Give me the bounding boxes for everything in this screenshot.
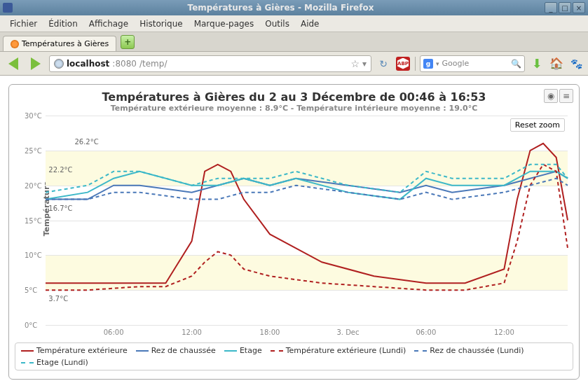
google-icon: g <box>423 59 433 69</box>
menu-bookmarks[interactable]: Marque-pages <box>189 18 260 30</box>
chart-title: Températures à Gières du 2 au 3 Décembre… <box>15 90 573 104</box>
addon-button[interactable]: 🐾 <box>568 56 584 71</box>
forward-button[interactable] <box>27 55 45 73</box>
search-dropdown-icon[interactable]: ▾ <box>436 60 439 67</box>
menu-view[interactable]: Affichage <box>83 18 134 30</box>
back-button[interactable] <box>4 55 22 73</box>
chart-menu-button[interactable]: ≡ <box>559 89 573 103</box>
chart-plot-area[interactable]: Température 0°C5°C10°C15°C20°C25°C30°C06… <box>46 116 568 326</box>
tab-bar: Températures à Gières + <box>0 32 588 52</box>
menu-tools[interactable]: Outils <box>259 18 295 30</box>
app-icon <box>3 3 13 13</box>
reload-button[interactable]: ↻ <box>376 56 391 71</box>
favicon-icon <box>11 40 19 48</box>
legend-swatch <box>271 350 283 352</box>
menu-help[interactable]: Aide <box>295 18 325 30</box>
menu-bar: Fichier Édition Affichage Historique Mar… <box>0 15 588 32</box>
url-bar[interactable]: localhost:8080/temp/ ☆ ▾ <box>49 55 371 72</box>
page-content: ◉ ≡ Températures à Gières du 2 au 3 Déce… <box>0 76 588 388</box>
legend-swatch <box>21 362 34 363</box>
search-bar[interactable]: g ▾ Google 🔍 <box>420 55 525 72</box>
tab-label: Températures à Gières <box>22 39 109 48</box>
new-tab-button[interactable]: + <box>121 35 135 49</box>
xtick-label: 3. Dec <box>336 328 359 336</box>
ytick-label: 5°C <box>25 286 37 294</box>
chart-subtitle: Température extérieure moyenne : 8.9°C -… <box>15 104 573 113</box>
legend-swatch <box>21 350 34 352</box>
legend-swatch <box>224 350 237 352</box>
url-host: localhost <box>67 59 109 69</box>
xtick-label: 06:00 <box>104 328 124 336</box>
legend-item[interactable]: Température extérieure (Lundi) <box>271 346 406 355</box>
legend-item[interactable]: Rez de chaussée <box>136 346 216 355</box>
legend-swatch <box>414 350 427 352</box>
separator <box>415 57 416 71</box>
chart-type-button[interactable]: ◉ <box>544 89 558 103</box>
legend-item[interactable]: Etage (Lundi) <box>21 358 88 367</box>
close-button[interactable]: × <box>573 2 585 13</box>
ytick-label: 10°C <box>25 251 42 259</box>
xtick-label: 18:00 <box>260 328 280 336</box>
menu-history[interactable]: Historique <box>134 18 189 30</box>
bookmark-star-icon[interactable]: ☆ <box>350 58 360 69</box>
abp-icon <box>396 57 410 71</box>
window-titlebar: Températures à Gières - Mozilla Firefox … <box>0 0 588 15</box>
url-path: /temp/ <box>139 59 167 69</box>
search-placeholder: Google <box>442 59 508 68</box>
ytick-label: 25°C <box>25 146 42 154</box>
dropdown-icon[interactable]: ▾ <box>362 59 367 69</box>
arrow-right-icon <box>31 57 41 70</box>
chart-container: ◉ ≡ Températures à Gières du 2 au 3 Déce… <box>8 84 580 380</box>
arrow-left-icon <box>8 57 18 70</box>
xtick-label: 06:00 <box>416 328 436 336</box>
ytick-label: 0°C <box>25 321 37 329</box>
reset-zoom-button[interactable]: Reset zoom <box>510 118 565 132</box>
xtick-label: 12:00 <box>494 328 514 336</box>
search-icon[interactable]: 🔍 <box>511 59 521 69</box>
url-port: :8080 <box>112 59 137 69</box>
ytick-label: 15°C <box>25 216 42 224</box>
ytick-label: 30°C <box>25 112 42 120</box>
globe-icon <box>54 59 64 69</box>
adblock-button[interactable] <box>395 56 411 71</box>
legend-item[interactable]: Rez de chaussée (Lundi) <box>414 346 524 355</box>
ytick-label: 20°C <box>25 181 42 189</box>
xtick-label: 12:00 <box>182 328 202 336</box>
browser-tab[interactable]: Températures à Gières <box>3 36 116 51</box>
menu-file[interactable]: Fichier <box>4 18 43 30</box>
menu-edit[interactable]: Édition <box>43 18 83 30</box>
minimize-button[interactable]: _ <box>545 2 557 13</box>
home-button[interactable]: 🏠 <box>549 56 564 71</box>
chart-series <box>46 116 568 325</box>
legend-item[interactable]: Température extérieure <box>21 346 128 355</box>
downloads-button[interactable]: ⬇ <box>529 56 545 71</box>
legend-item[interactable]: Etage <box>224 346 262 355</box>
window-title: Températures à Gières - Mozilla Firefox <box>17 3 545 13</box>
maximize-button[interactable]: □ <box>559 2 571 13</box>
nav-toolbar: localhost:8080/temp/ ☆ ▾ ↻ g ▾ Google 🔍 … <box>0 52 588 76</box>
chart-legend: Température extérieure Rez de chaussée E… <box>15 342 573 370</box>
legend-swatch <box>136 350 149 352</box>
